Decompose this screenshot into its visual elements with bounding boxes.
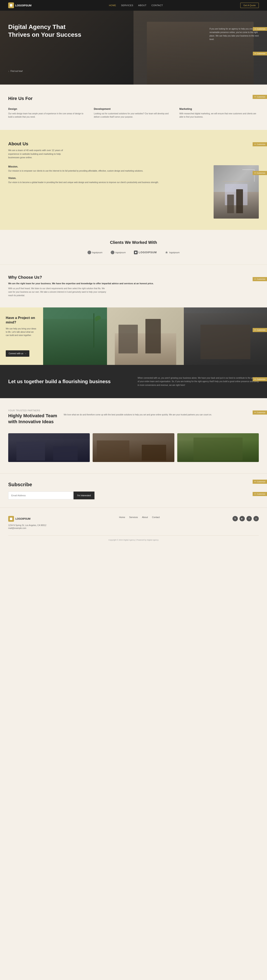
client-logo-4: logoipsum [165, 251, 179, 254]
hire-mkt-body: With researched digital marketing, we wi… [179, 112, 259, 119]
hire-customize-button[interactable]: Customize [253, 95, 267, 99]
team-tag: Your Trusted Partners [8, 409, 259, 412]
project-heading: Have a Project on mind? [6, 316, 37, 325]
about-intro: We are a team of 40 web experts with ove… [8, 149, 70, 159]
team-heading: Highly Motivated Team with Innovative Id… [8, 413, 58, 425]
hire-dev-col: Development Looking out for customised s… [94, 107, 173, 119]
team-image-2 [93, 433, 174, 462]
project-image-2 [107, 307, 184, 365]
nav-home[interactable]: HOME [109, 4, 116, 6]
letus-section: Let us together build a flourishing busi… [0, 365, 267, 398]
team-description-area: We love what we do and therefore come up… [64, 413, 259, 427]
hire-dev-title: Development [94, 107, 173, 110]
project-image-3 [184, 307, 267, 365]
letus-customize-button[interactable]: Customize [253, 377, 267, 381]
svg-rect-1 [10, 518, 12, 520]
project-left-panel: Have a Project on mind? We can help you … [0, 307, 43, 365]
hero-customize-button[interactable]: Customize [253, 27, 267, 31]
subscribe-customize-button-2[interactable]: Customize [253, 492, 267, 496]
client-logo-3: LOGOIPSUM [134, 251, 157, 254]
about-customize-button[interactable]: Customize [253, 142, 267, 146]
instagram-icon[interactable]: ◎ [253, 516, 259, 521]
why-lead: We are the right team for your business.… [8, 282, 259, 285]
subscribe-submit-button[interactable]: I'm Interested [74, 492, 94, 500]
nav-contact[interactable]: CONTACT [151, 4, 163, 6]
email-input[interactable] [8, 492, 74, 500]
team-section: Your Trusted Partners Highly Motivated T… [0, 398, 267, 473]
footer-email: mail@example.com [8, 527, 46, 529]
footer-copyright: Copyright © 2024 Digital Agency | Powere… [8, 535, 259, 541]
clients-section: Clients We Worked With logoipsum logoips… [0, 230, 267, 264]
team-customize-button[interactable]: Customize [253, 410, 267, 415]
subscribe-customize-button[interactable]: Customize [253, 480, 267, 484]
hire-dev-body: Looking out for customised solutions for… [94, 112, 173, 119]
why-body: With us you'll feel heard. We listen to … [8, 287, 107, 297]
about-mission-title: Mission. [8, 165, 208, 168]
hire-mkt-col: Marketing With researched digital market… [179, 107, 259, 119]
project-images [43, 307, 267, 365]
about-mission-body: Our mission is to empower our clients to… [8, 169, 208, 173]
subscribe-form: I'm Interested [8, 492, 94, 500]
client-logo-1: logoipsum [88, 251, 102, 254]
footer-link-home[interactable]: Home [119, 516, 125, 519]
connect-button[interactable]: Connect with us → [6, 350, 29, 357]
team-layout: Highly Motivated Team with Innovative Id… [8, 413, 259, 427]
hire-design-col: Design Our web design team has ample yea… [8, 107, 88, 119]
project-customize-button[interactable]: Customize [253, 328, 267, 332]
hire-grid: Design Our web design team has ample yea… [8, 107, 259, 119]
about-customize-button-2[interactable]: Customize [253, 171, 267, 175]
nav-services[interactable]: SERVICES [121, 4, 133, 6]
svg-rect-0 [10, 4, 12, 6]
footer-top: LOGOIPSUM 1234 N Spring St, Los Angeles,… [8, 516, 259, 529]
footer-logo-text: LOGOIPSUM [15, 517, 30, 520]
project-image-1 [43, 307, 107, 365]
arrow-right-icon: → [24, 352, 27, 355]
footer-link-services[interactable]: Services [129, 516, 138, 519]
hire-heading: Hire Us For [8, 96, 259, 101]
logo-icon [8, 2, 14, 8]
navigation: LOGOIPSUM HOME SERVICES ABOUT CONTACT Ge… [0, 0, 267, 11]
youtube-icon[interactable]: ▶ [240, 516, 245, 521]
facebook-icon[interactable]: f [246, 516, 252, 521]
about-text-area: Mission. Our mission is to empower our c… [8, 165, 208, 219]
logo: LOGOIPSUM [8, 2, 32, 8]
hire-mkt-title: Marketing [179, 107, 259, 110]
team-image-1 [8, 433, 90, 462]
footer-link-about[interactable]: About [142, 516, 148, 519]
letus-left: Let us together build a flourishing busi… [8, 378, 130, 385]
hero-description: If you are looking for an agency to help… [209, 27, 259, 41]
why-customize-button[interactable]: Customize [253, 277, 267, 281]
hire-design-body: Our web design team has ample years of e… [8, 112, 88, 119]
about-office-image [214, 165, 259, 219]
footer-brand: LOGOIPSUM 1234 N Spring St, Los Angeles,… [8, 516, 46, 529]
clients-heading: Clients We Worked With [8, 240, 259, 245]
hero-customize-button-2[interactable]: Customize [253, 52, 267, 56]
letus-right: When connected with us, you aren't growi… [137, 376, 259, 387]
get-quote-button[interactable]: Get A Quote [240, 3, 259, 8]
about-image-area [214, 165, 259, 219]
letus-heading: Let us together build a flourishing busi… [8, 378, 130, 385]
subscribe-heading: Subscribe [8, 482, 259, 487]
about-vision-block: Vision. Our vision is to become a global… [8, 177, 208, 184]
about-mission-block: Mission. Our mission is to empower our c… [8, 165, 208, 173]
about-heading: About Us [8, 141, 259, 146]
why-heading: Why Choose Us? [8, 275, 259, 280]
letus-body: When connected with us, you aren't growi… [137, 376, 259, 387]
footer-link-contact[interactable]: Contact [152, 516, 160, 519]
about-vision-body: Our vision is to become a global leader … [8, 181, 208, 184]
twitter-icon[interactable]: 𝕏 [232, 516, 238, 521]
about-vision-title: Vision. [8, 177, 208, 180]
hire-section: Hire Us For Design Our web design team h… [0, 84, 267, 130]
footer-links-area: Home Services About Contact [119, 516, 160, 519]
why-section: Why Choose Us? We are the right team for… [0, 264, 267, 307]
hero-title: Digital Agency That Thrives on Your Succ… [8, 23, 82, 38]
project-section: Have a Project on mind? We can help you … [0, 307, 267, 365]
nav-links: HOME SERVICES ABOUT CONTACT [109, 4, 163, 6]
about-section: About Us We are a team of 40 web experts… [0, 130, 267, 230]
client-logo-2: logoipsum [111, 251, 126, 254]
about-layout: Mission. Our mission is to empower our c… [8, 165, 259, 219]
footer: LOGOIPSUM 1234 N Spring St, Los Angeles,… [0, 508, 267, 545]
social-icons: 𝕏 ▶ f ◎ [232, 516, 259, 521]
nav-about[interactable]: ABOUT [138, 4, 146, 6]
hero-scroll-cta[interactable]: ↓ Find out how! [8, 70, 259, 72]
